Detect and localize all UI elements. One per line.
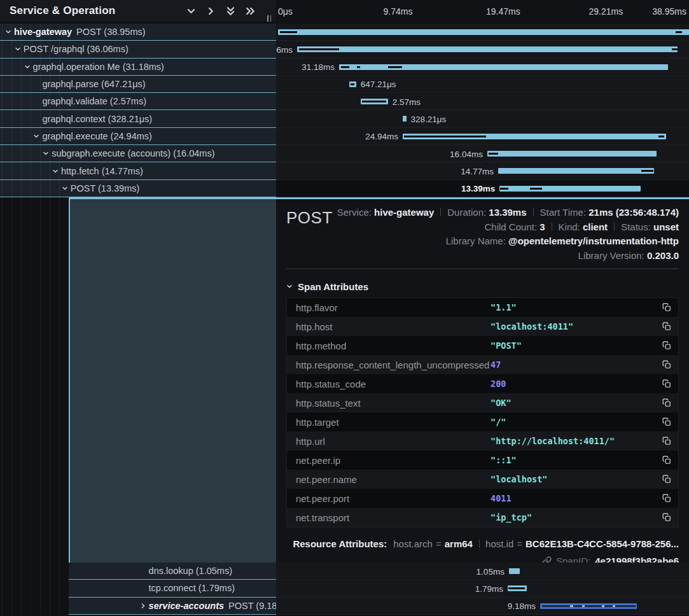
span-tree-row[interactable]: graphql.operation Me (31.18ms)	[0, 59, 276, 76]
chevron-down-icon	[15, 46, 21, 52]
span-duration-bar[interactable]	[278, 29, 689, 35]
span-tree-row[interactable]: graphql.validate (2.57ms)	[0, 93, 276, 110]
span-operation-name: graphql.operation Me (31.18ms)	[33, 62, 164, 72]
copy-button[interactable]	[655, 379, 678, 388]
copy-button[interactable]	[655, 360, 678, 369]
span-waterfall-row[interactable]: 1.79ms	[276, 580, 689, 597]
span-tree-row[interactable]: graphql.parse (647.21μs)	[0, 76, 276, 93]
critical-path-segment	[489, 153, 498, 155]
span-tree-row[interactable]: http.fetch (14.77ms)	[0, 162, 276, 179]
span-attributes-toggle[interactable]: Span Attributes	[286, 279, 679, 293]
meta-value: hive-gateway	[374, 207, 434, 218]
copy-button[interactable]	[655, 303, 678, 312]
chevron-down-icon[interactable]	[43, 150, 52, 157]
copy-button[interactable]	[655, 456, 678, 465]
meta-value: @opentelemetry/instrumentation-http	[508, 235, 679, 246]
span-tree-row[interactable]: service-accountsPOST (9.18ms)	[69, 598, 276, 615]
link-icon[interactable]	[542, 556, 552, 563]
detail-meta-line: Library Version: 0.203.0	[337, 249, 679, 263]
critical-path-segment	[602, 605, 604, 607]
chevron-down-icon[interactable]	[62, 185, 71, 192]
span-duration-bar[interactable]	[499, 186, 641, 192]
attribute-key: http.status_code	[287, 379, 491, 389]
attribute-value: "ip_tcp"	[491, 512, 655, 522]
resource-attr-equals: =	[436, 538, 442, 549]
span-waterfall-row[interactable]: 328.21μs	[276, 110, 689, 127]
span-waterfall-children: 1.05ms1.79ms9.18ms	[276, 563, 689, 615]
attribute-row: net.peer.name"localhost"	[287, 470, 678, 489]
span-waterfall-row[interactable]: 9.18ms	[276, 598, 689, 615]
span-tree-row[interactable]: subgraph.execute (accounts) (16.04ms)	[0, 145, 276, 162]
span-tree-row[interactable]: dns.lookup (1.05ms)	[69, 563, 276, 580]
chevron-right-icon[interactable]	[140, 603, 149, 609]
timeline-tick-label: 38.95ms	[652, 6, 686, 17]
detail-meta-line: Child Count: 3Kind: clientStatus: unset	[337, 220, 679, 235]
critical-path-segment	[508, 587, 525, 589]
span-duration-bar[interactable]	[487, 151, 657, 157]
chevron-down-icon[interactable]	[24, 64, 33, 70]
meta-separator	[614, 223, 615, 231]
span-waterfall-row[interactable]: 16.04ms	[276, 145, 689, 162]
copy-button[interactable]	[655, 398, 678, 407]
span-waterfall-row[interactable]: 647.21μs	[276, 76, 689, 93]
span-tree-row[interactable]: graphql.execute (24.94ms)	[0, 128, 276, 145]
copy-button[interactable]	[655, 494, 678, 503]
span-tree-row[interactable]: POST (13.39ms)	[0, 180, 276, 197]
span-duration-bar[interactable]	[498, 168, 654, 174]
span-duration-label: 36.06ms	[276, 45, 293, 55]
span-tree-row[interactable]: hive-gatewayPOST (38.95ms)	[0, 24, 276, 41]
critical-path-segment	[542, 605, 636, 607]
span-waterfall-row[interactable]: 2.57ms	[276, 93, 689, 110]
span-operation-name: POST (38.95ms)	[76, 27, 146, 37]
span-tree-row[interactable]: graphql.context (328.21μs)	[0, 110, 276, 127]
copy-icon	[662, 456, 671, 465]
span-detail-spacer	[69, 199, 276, 563]
span-duration-bar[interactable]	[297, 46, 678, 52]
span-duration-label: 24.94ms	[365, 132, 398, 141]
span-duration-bar[interactable]	[509, 568, 520, 574]
critical-path-segment	[613, 605, 615, 607]
chevron-down-icon[interactable]	[52, 168, 61, 174]
copy-button[interactable]	[655, 341, 678, 350]
attribute-value: "1.1"	[491, 302, 655, 312]
attribute-row: http.status_text"OK"	[287, 393, 678, 412]
span-duration-label: 16.04ms	[450, 150, 483, 159]
chevron-down-icon	[286, 283, 293, 290]
copy-icon	[662, 303, 671, 312]
span-waterfall-row[interactable]: 31.18ms	[276, 59, 689, 76]
attribute-key: http.target	[287, 417, 491, 428]
chevron-down-icon[interactable]	[5, 29, 14, 35]
critical-path-segment	[280, 31, 297, 33]
span-waterfall-row[interactable]: 36.06ms	[276, 41, 689, 58]
chevron-down-icon[interactable]	[15, 46, 24, 52]
copy-button[interactable]	[655, 513, 678, 522]
meta-label: Service:	[337, 207, 374, 218]
copy-button[interactable]	[655, 475, 678, 484]
span-waterfall-row[interactable]: 14.77ms	[276, 162, 689, 179]
span-duration-label: 9.18ms	[508, 601, 536, 611]
span-waterfall-row[interactable]: 24.94ms	[276, 128, 689, 145]
chevron-right-button[interactable]	[205, 6, 216, 17]
attribute-row: net.transport"ip_tcp"	[287, 508, 678, 527]
copy-button[interactable]	[655, 322, 678, 331]
detail-divider	[286, 269, 679, 269]
copy-button[interactable]	[655, 437, 678, 445]
chevron-down-button[interactable]	[186, 6, 197, 17]
double-chevron-right-button[interactable]	[245, 6, 256, 17]
detail-meta-line: Service: hive-gatewayDuration: 13.39msSt…	[337, 206, 679, 220]
attribute-key: http.url	[287, 436, 491, 447]
span-tree-row[interactable]: POST /graphql (36.06ms)	[0, 41, 276, 58]
copy-icon	[662, 494, 671, 503]
double-chevron-down-button[interactable]	[225, 6, 236, 17]
resource-attributes-label[interactable]: Resource Attributes:	[293, 538, 387, 549]
chevron-down-icon[interactable]	[33, 133, 42, 139]
chevron-right-icon	[206, 6, 216, 16]
span-waterfall-row[interactable]: 13.39ms	[276, 180, 689, 197]
copy-button[interactable]	[655, 417, 678, 426]
span-waterfall-row[interactable]	[276, 24, 689, 41]
column-resize-handle[interactable]	[267, 15, 271, 22]
span-duration-bar[interactable]	[403, 116, 406, 122]
span-tree-row[interactable]: tcp.connect (1.79ms)	[69, 580, 276, 597]
span-waterfall-row[interactable]: 1.05ms	[276, 563, 689, 580]
span-operation-name: POST /graphql (36.06ms)	[24, 44, 129, 54]
